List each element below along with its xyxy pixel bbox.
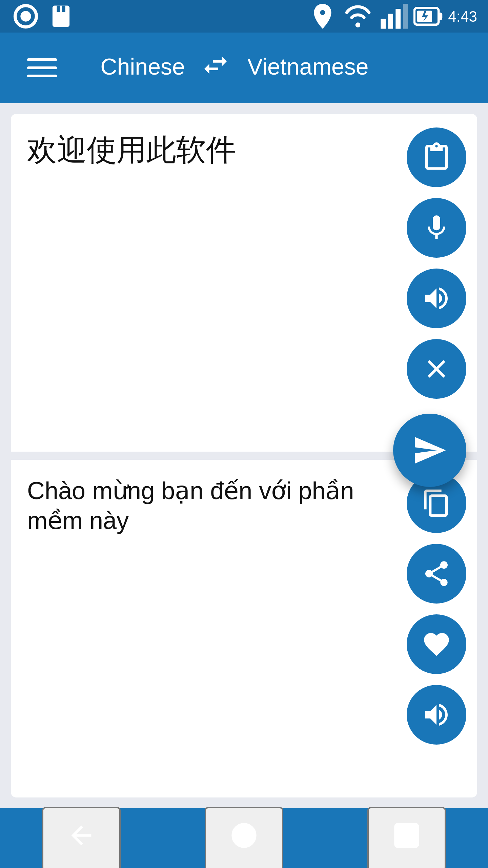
signal-icon (378, 1, 407, 31)
translate-button[interactable] (393, 414, 466, 487)
svg-rect-3 (57, 6, 60, 12)
source-action-buttons (396, 114, 477, 452)
speak-target-button[interactable] (407, 685, 466, 745)
status-left-icons (11, 1, 76, 31)
target-text-output: Chào mừng bạn đến với phần mềm này (11, 460, 396, 797)
recents-icon (392, 820, 422, 850)
app-toolbar: Chinese Vietnamese (0, 33, 488, 103)
svg-rect-8 (403, 4, 408, 28)
clear-button[interactable] (407, 339, 466, 399)
microphone-button[interactable] (407, 198, 466, 258)
status-right-icons: 4:43 (307, 1, 477, 31)
favorite-button[interactable] (407, 614, 466, 674)
svg-point-12 (233, 824, 255, 846)
sdcard-icon (46, 1, 76, 31)
share-button[interactable] (407, 544, 466, 604)
share-icon (422, 559, 451, 589)
back-icon (66, 820, 96, 850)
svg-rect-2 (53, 6, 69, 27)
svg-rect-5 (380, 19, 385, 28)
recents-button[interactable] (367, 806, 446, 868)
bottom-nav (0, 808, 488, 868)
heart-icon (422, 629, 451, 659)
speak-source-button[interactable] (407, 269, 466, 328)
target-language[interactable]: Vietnamese (247, 54, 369, 81)
home-button[interactable] (205, 806, 283, 868)
microphone-icon (422, 213, 451, 243)
status-bar: 4:43 (0, 0, 488, 33)
wifi-icon (342, 1, 372, 31)
clear-icon (422, 354, 451, 384)
menu-button[interactable] (22, 53, 62, 83)
svg-rect-7 (395, 9, 400, 29)
back-button[interactable] (42, 806, 121, 868)
copy-icon (422, 488, 451, 518)
svg-rect-6 (388, 14, 393, 29)
main-content: 欢迎使用此软件 (0, 103, 488, 808)
home-icon (229, 820, 259, 850)
status-time: 4:43 (448, 8, 477, 24)
translate-button-wrap (393, 414, 466, 487)
language-selector: Chinese Vietnamese (100, 50, 368, 86)
clipboard-icon (422, 142, 451, 172)
svg-point-1 (20, 11, 31, 21)
record-icon (11, 1, 41, 31)
location-icon (307, 1, 337, 31)
swap-languages-button[interactable] (201, 50, 231, 86)
target-panel: Chào mừng bạn đến với phần mềm này (11, 460, 477, 797)
speaker-icon (422, 283, 451, 313)
target-action-buttons (396, 460, 477, 797)
svg-rect-10 (438, 13, 442, 20)
svg-rect-13 (395, 824, 418, 846)
battery-icon (413, 1, 443, 31)
swap-icon (201, 50, 231, 79)
speaker-target-icon (422, 700, 451, 730)
source-language[interactable]: Chinese (100, 54, 185, 81)
send-icon (412, 433, 447, 468)
source-panel: 欢迎使用此软件 (11, 114, 477, 452)
svg-rect-4 (62, 6, 65, 12)
source-text-input[interactable]: 欢迎使用此软件 (11, 114, 396, 452)
paste-button[interactable] (407, 127, 466, 187)
